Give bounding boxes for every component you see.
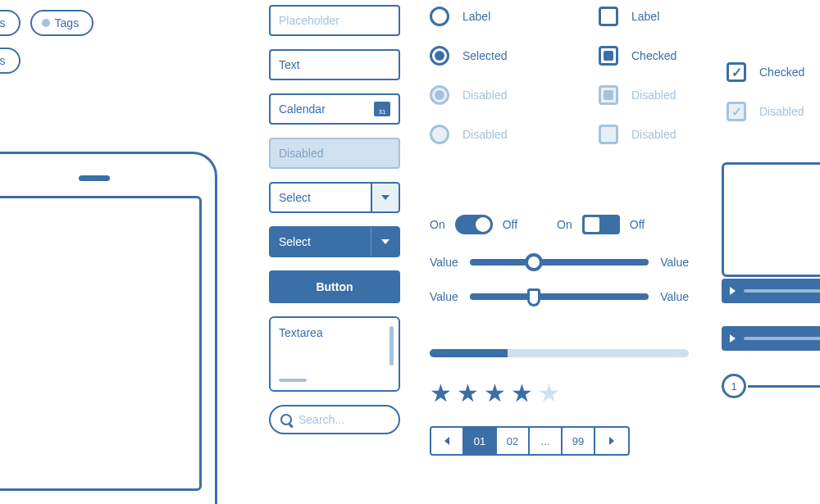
checkbox-unchecked[interactable]	[599, 7, 618, 26]
stepper-line	[748, 385, 820, 388]
button-label: Button	[316, 280, 353, 293]
tag-partial-1[interactable]: ags	[0, 10, 20, 36]
page-prev-button[interactable]	[431, 428, 464, 454]
page-next-button[interactable]	[595, 428, 628, 454]
radio-selected[interactable]	[430, 46, 449, 66]
page-1[interactable]: 01	[464, 428, 497, 454]
radio-row-disabled: Disabled	[430, 123, 577, 146]
page-ellipsis: ...	[530, 428, 563, 454]
checkmark-row-disabled: ✓ Disabled	[727, 100, 820, 123]
phone-speaker-icon	[79, 175, 110, 181]
checkbox-disabled	[599, 125, 618, 144]
radio-disabled-selected	[430, 85, 449, 105]
checkbox-row-disabled: Disabled	[599, 123, 722, 146]
toggle-square-group: On Off	[557, 215, 645, 234]
page-2[interactable]: 02	[497, 428, 530, 454]
slider-shield-row: Value Value	[430, 290, 689, 303]
slider-max-label: Value	[660, 256, 689, 269]
input-value: Disabled	[279, 147, 323, 160]
resize-handle-icon	[279, 379, 307, 382]
star-icon[interactable]: ★	[484, 379, 506, 407]
input-value: Calendar	[279, 102, 326, 116]
checkmark-label: Disabled	[759, 105, 804, 118]
radio-row-selected: Selected	[430, 44, 577, 67]
date-input[interactable]: Calendar	[269, 93, 400, 125]
media-progress[interactable]	[744, 337, 820, 340]
star-icon[interactable]: ★	[430, 379, 452, 407]
input-value: Text	[279, 58, 300, 71]
search-placeholder: Search...	[298, 413, 344, 426]
radio-row-default: Label	[430, 5, 577, 28]
progress-fill	[430, 349, 508, 357]
search-input[interactable]: Search...	[269, 405, 400, 434]
radio-row-disabled-selected: Disabled	[430, 84, 577, 107]
radio-label: Disabled	[462, 89, 507, 102]
chevron-down-icon	[381, 195, 390, 200]
textarea[interactable]: Textarea	[269, 316, 400, 392]
select-arrow[interactable]	[371, 182, 400, 213]
scrollbar[interactable]	[390, 326, 394, 366]
toggle-square[interactable]	[582, 215, 620, 234]
radio-disabled	[430, 125, 449, 144]
play-icon[interactable]	[730, 287, 736, 295]
checkbox-row-default: Label	[599, 5, 722, 28]
page-99[interactable]: 99	[563, 428, 595, 454]
search-icon	[280, 414, 292, 425]
checkmark-checked[interactable]: ✓	[727, 62, 746, 82]
star-rating[interactable]: ★ ★ ★ ★ ★	[430, 379, 560, 407]
checkbox-label: Disabled	[631, 89, 676, 102]
toggle-off-label: Off	[630, 218, 645, 231]
toggle-round-group: On Off	[430, 215, 517, 234]
star-icon[interactable]: ★	[457, 379, 479, 407]
slider-thumb-round-icon[interactable]	[525, 253, 543, 271]
toggle-off-label: Off	[503, 218, 517, 231]
progress-bar	[430, 349, 689, 357]
chevron-down-icon	[381, 239, 390, 244]
radio-label: Selected	[462, 49, 507, 62]
checkbox-checked[interactable]	[599, 46, 618, 66]
toggle-round[interactable]	[455, 215, 493, 234]
media-progress[interactable]	[744, 289, 820, 293]
tag-label: ags	[0, 16, 6, 30]
dot-icon	[42, 19, 50, 27]
text-input-placeholder[interactable]: Placeholder	[269, 5, 400, 36]
select-label: Select	[269, 226, 371, 257]
slider-thumb-shield-icon[interactable]	[527, 288, 540, 306]
textarea-value: Textarea	[279, 326, 323, 339]
checkbox-disabled-checked	[599, 85, 618, 105]
select-filled[interactable]: Select	[269, 226, 400, 257]
text-input-filled[interactable]: Text	[269, 49, 400, 80]
select-arrow[interactable]	[371, 226, 400, 257]
primary-button[interactable]: Button	[269, 270, 400, 303]
tag-with-dot[interactable]: Tags	[30, 10, 94, 36]
pagination: 01 02 ... 99	[430, 426, 630, 456]
star-icon[interactable]: ★	[511, 379, 533, 407]
media-controls-1[interactable]	[722, 279, 820, 303]
checkmark-label: Checked	[759, 66, 804, 79]
checkbox-row-checked: Checked	[599, 44, 722, 67]
star-icon-empty[interactable]: ★	[538, 379, 560, 407]
slider-track-shield[interactable]	[470, 293, 649, 300]
slider-min-label: Value	[430, 256, 458, 269]
slider-min-label: Value	[430, 290, 458, 303]
slider-max-label: Value	[660, 290, 689, 303]
radio-unchecked[interactable]	[430, 7, 449, 26]
calendar-icon	[374, 102, 390, 116]
slider-track-round[interactable]	[470, 259, 649, 266]
phone-screen	[0, 196, 202, 491]
checkmark-row-checked: ✓ Checked	[727, 61, 820, 84]
stepper-step-1[interactable]: 1	[722, 374, 746, 398]
chevron-left-icon	[444, 437, 449, 445]
tag-label: ags	[0, 54, 6, 67]
checkbox-row-disabled-checked: Disabled	[599, 84, 722, 107]
media-controls-2[interactable]	[722, 326, 820, 351]
input-placeholder: Placeholder	[279, 14, 339, 27]
media-preview-frame	[722, 162, 820, 277]
radio-label: Disabled	[462, 128, 507, 141]
phone-frame	[0, 152, 217, 504]
play-icon[interactable]	[730, 334, 736, 343]
tag-label: Tags	[55, 16, 80, 30]
slider-round-row: Value Value	[430, 256, 689, 269]
select-outline[interactable]: Select	[269, 182, 400, 213]
tag-partial-2[interactable]: ags	[0, 48, 20, 74]
